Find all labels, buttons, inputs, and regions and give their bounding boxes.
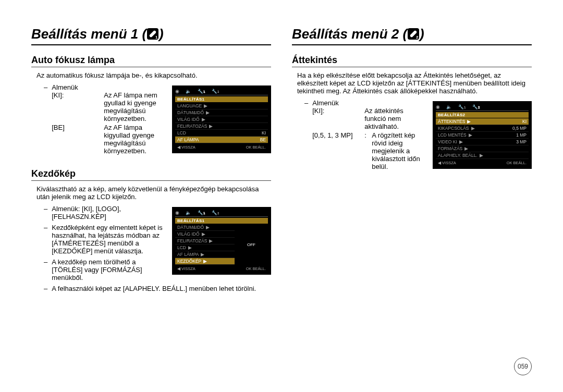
- almenuk-label: Almenük: [52, 83, 166, 91]
- camera-icon: ◉: [175, 210, 179, 215]
- submenu-row: [KI]:Az áttekintés funkció nem aktiválha…: [312, 107, 426, 130]
- camera-icon: ◉: [436, 104, 440, 109]
- wrench-1-tab-icon: 🔧₁: [458, 104, 466, 109]
- lcd-menu-row: VILÁG IDŐ▶: [175, 116, 268, 123]
- lcd-menu-row: VIDEO KI▶3 MP: [436, 139, 529, 145]
- speaker-icon: 🔈: [446, 104, 452, 109]
- speaker-icon: 🔈: [186, 210, 191, 215]
- lcd-menu-row: DÁTUM&IDŐ▶: [175, 109, 268, 116]
- lcd-preview-af-lamp: ◉ 🔈 🔧₁ 🔧₂ BEÁLLÍTÁS1 LANGUAGE▶DÁTUM&IDŐ▶…: [172, 85, 271, 153]
- heading-settings-menu-1: Beállítás menü 1 (1): [31, 26, 271, 45]
- bullet-item: –A felhasználói képet az [ALAPHELY. BEÁL…: [44, 285, 271, 292]
- submenu-row: [KI]:Az AF lámpa nem gyullad ki gyenge m…: [52, 91, 166, 123]
- intro-startup: Kiválasztható az a kép, amely közvetlenü…: [36, 185, 271, 201]
- lcd-preview-overview: ◉ 🔈 🔧₁ 🔧₂ BEÁLLÍTÁS2 ÁTTEKINTÉS▶KIKIKAPC…: [433, 101, 532, 169]
- lcd-menu-row: ALAPHELY. BEÁLL.▶: [436, 152, 529, 159]
- wrench-1-icon: 1: [146, 28, 159, 40]
- lcd-menu-row: LCD▶: [175, 244, 235, 251]
- lcd-menu-row: AF LÁMPABE: [175, 137, 268, 143]
- submenu-row: [BE]Az AF lámpa kigyullad gyenge megvilá…: [52, 124, 166, 155]
- wrench-2-tab-icon: 🔧₂: [472, 104, 480, 109]
- bullet-item: –Kezdőképként egy elmentett képet is has…: [44, 224, 166, 255]
- page-number: 059: [514, 358, 532, 375]
- lcd-menu-row: FELIRATOZÁS▶: [175, 238, 235, 244]
- bullet-item: –A kezdőkép nem törölhető a [TÖRLÉS] vag…: [44, 258, 166, 281]
- wrench-1-tab-icon: 🔧₁: [198, 89, 205, 94]
- camera-icon: ◉: [175, 89, 179, 94]
- lcd-menu-row: LCD MENTÉS▶1 MP: [436, 132, 529, 139]
- column-right: Beállítás menü 2 (2) Áttekintés Ha a kép…: [292, 26, 532, 296]
- lcd-menu-row: LANGUAGE▶: [175, 103, 268, 109]
- column-left: Beállítás menü 1 (1) Auto fókusz lámpa A…: [31, 26, 271, 296]
- intro-afl: Az automatikus fókusz lámpája be-, és ki…: [36, 71, 271, 79]
- svg-text:1: 1: [155, 35, 158, 40]
- wrench-2-tab-icon: 🔧₂: [212, 89, 219, 94]
- subheading-auto-focus-lamp: Auto fókusz lámpa: [31, 55, 271, 67]
- lcd-menu-row: AF LÁMPA▶: [175, 251, 235, 258]
- lcd-menu-row: FORMÁZÁS▶: [436, 145, 529, 152]
- lcd-menu-row: KEZDŐKÉP▶: [175, 258, 235, 265]
- lcd-preview-startup: ◉ 🔈 🔧₁ 🔧₂ BEÁLLÍTÁS1 DÁTUM&IDŐ▶VILÁG IDŐ…: [172, 207, 271, 275]
- startup-preview-off: OFF: [236, 225, 267, 264]
- almenuk-label: Almenük: [312, 99, 426, 107]
- svg-text:2: 2: [416, 35, 419, 40]
- subheading-startup-image: Kezdőkép: [31, 168, 271, 181]
- wrench-2-tab-icon: 🔧₂: [212, 210, 219, 215]
- subheading-overview: Áttekintés: [292, 55, 532, 67]
- lcd-menu-row: FELIRATOZÁS▶: [175, 123, 268, 130]
- lcd-menu-row: LCDKI: [175, 130, 268, 137]
- wrench-2-icon: 2: [407, 28, 420, 40]
- lcd-menu-row: DÁTUM&IDŐ▶: [175, 224, 235, 231]
- lcd-menu-row: VILÁG IDŐ▶: [175, 231, 235, 238]
- wrench-1-tab-icon: 🔧₁: [198, 210, 205, 215]
- intro-overview: Ha a kép elkészítése előtt bekapcsolja a…: [297, 71, 532, 95]
- submenu-row: [0,5, 1, 3 MP]:A rögzített kép rövid ide…: [312, 131, 426, 170]
- heading-settings-menu-2: Beállítás menü 2 (2): [292, 26, 532, 45]
- bullet-item: –Almenük: [KI], [LOGO], [FELHASZN.KÉP]: [44, 205, 166, 220]
- lcd-menu-row: ÁTTEKINTÉS▶KI: [436, 118, 529, 125]
- lcd-menu-row: KIKAPCSOLÁS▶0,5 MP: [436, 125, 529, 132]
- speaker-icon: 🔈: [186, 89, 191, 94]
